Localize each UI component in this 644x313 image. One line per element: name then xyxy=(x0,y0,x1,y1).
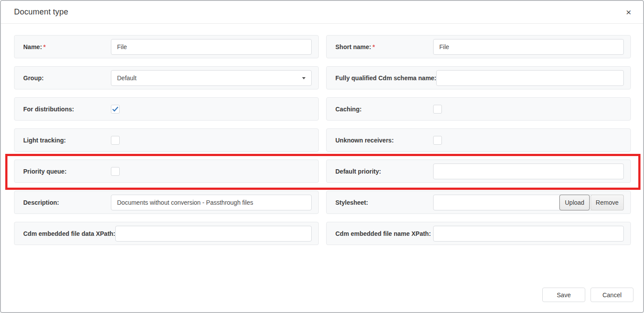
cdm-schema-name-input[interactable] xyxy=(436,70,624,86)
cdm-file-name-xpath-input[interactable] xyxy=(433,226,624,242)
group-select-value: Default xyxy=(117,75,136,82)
remove-button[interactable]: Remove xyxy=(591,195,624,210)
light-tracking-checkbox[interactable] xyxy=(111,136,120,145)
field-cdm-schema-name: Fully qualified Cdm schema name: xyxy=(326,66,631,89)
cancel-button[interactable]: Cancel xyxy=(591,288,633,302)
caching-checkbox[interactable] xyxy=(433,105,442,114)
name-input[interactable] xyxy=(111,39,312,55)
light-tracking-label: Light tracking: xyxy=(23,137,111,144)
description-input[interactable] xyxy=(111,195,312,210)
cdm-file-data-xpath-input[interactable] xyxy=(115,226,312,242)
dialog-header: Document type × xyxy=(1,1,643,24)
short-name-input[interactable] xyxy=(433,39,624,55)
field-cdm-file-name-xpath: Cdm embedded file name XPath: xyxy=(326,222,631,245)
for-distributions-checkbox[interactable] xyxy=(111,105,120,114)
default-priority-label: Default priority: xyxy=(335,168,433,175)
short-name-label: Short name:* xyxy=(335,43,433,50)
field-light-tracking: Light tracking: xyxy=(14,128,319,152)
default-priority-input[interactable] xyxy=(433,164,624,179)
field-for-distributions: For distributions: xyxy=(14,97,319,121)
priority-queue-label: Priority queue: xyxy=(23,168,111,175)
field-group: Group: Default xyxy=(14,66,319,89)
cdm-file-data-xpath-label: Cdm embedded file data XPath: xyxy=(23,230,115,237)
cdm-file-name-xpath-label: Cdm embedded file name XPath: xyxy=(335,230,433,237)
upload-button[interactable]: Upload xyxy=(559,195,589,210)
form-grid: Name:* Short name:* Group: Default Fully… xyxy=(14,35,631,245)
field-short-name: Short name:* xyxy=(326,35,631,58)
field-unknown-receivers: Unknown receivers: xyxy=(326,128,631,152)
field-priority-queue: Priority queue: xyxy=(14,160,319,183)
name-label: Name:* xyxy=(23,43,111,50)
cdm-schema-name-label: Fully qualified Cdm schema name: xyxy=(335,75,436,82)
field-caching: Caching: xyxy=(326,97,631,121)
field-cdm-file-data-xpath: Cdm embedded file data XPath: xyxy=(14,222,319,245)
chevron-down-icon xyxy=(302,77,306,79)
stylesheet-label: Stylesheet: xyxy=(335,199,433,206)
document-type-dialog: Document type × Name:* Short name:* Grou… xyxy=(0,0,644,313)
dialog-title: Document type xyxy=(14,7,68,17)
priority-queue-checkbox[interactable] xyxy=(111,167,120,176)
field-name: Name:* xyxy=(14,35,319,58)
required-asterisk: * xyxy=(373,43,375,50)
description-label: Description: xyxy=(23,199,111,206)
save-button[interactable]: Save xyxy=(542,288,585,302)
group-select[interactable]: Default xyxy=(111,70,312,86)
unknown-receivers-checkbox[interactable] xyxy=(433,136,442,145)
required-asterisk: * xyxy=(43,43,46,50)
checkmark-icon xyxy=(112,107,118,112)
field-stylesheet: Stylesheet: Upload Remove xyxy=(326,191,631,214)
close-icon[interactable]: × xyxy=(623,6,634,18)
field-default-priority: Default priority: xyxy=(326,160,631,183)
for-distributions-label: For distributions: xyxy=(23,106,111,113)
field-description: Description: xyxy=(14,191,319,214)
unknown-receivers-label: Unknown receivers: xyxy=(335,137,433,144)
dialog-footer: Save Cancel xyxy=(542,288,633,302)
caching-label: Caching: xyxy=(335,106,433,113)
stylesheet-input-wrap: Upload Remove xyxy=(433,195,624,210)
stylesheet-buttons: Upload Remove xyxy=(559,195,624,210)
group-label: Group: xyxy=(23,75,111,82)
